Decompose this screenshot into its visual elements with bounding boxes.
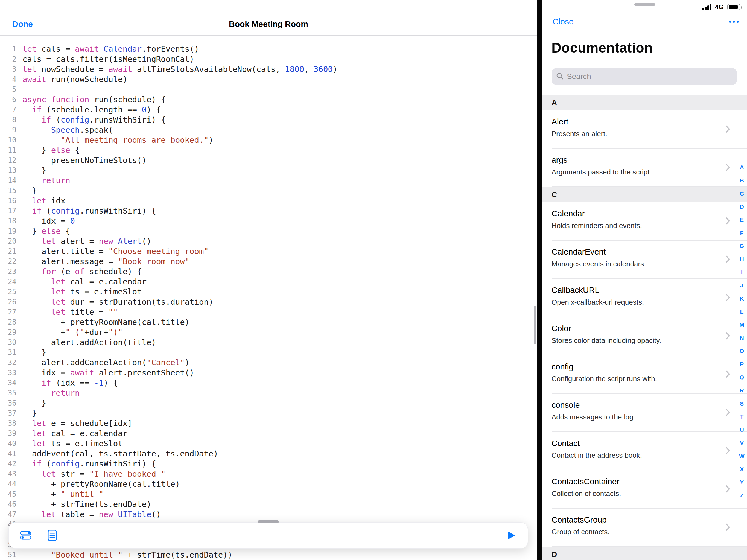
code-line[interactable]: 18 idx = 0 bbox=[0, 216, 537, 226]
scrollbar-thumb[interactable] bbox=[534, 306, 536, 344]
code-line[interactable]: 19 } else { bbox=[0, 226, 537, 236]
code-line[interactable]: 25 let ts = e.timeSlot bbox=[0, 287, 537, 297]
editor-title: Book Meeting Room bbox=[0, 19, 537, 29]
code-line[interactable]: 43 let str = "I have booked " bbox=[0, 469, 537, 479]
doc-item-calendar[interactable]: CalendarHolds reminders and events. bbox=[542, 202, 747, 240]
search-bar[interactable] bbox=[551, 68, 737, 85]
code-line[interactable]: 13 } bbox=[0, 166, 537, 176]
doc-item-contactscontainer[interactable]: ContactsContainerCollection of contacts. bbox=[542, 470, 747, 509]
index-letter-v[interactable]: V bbox=[738, 436, 745, 450]
code-line[interactable]: 33 idx = await alert.presentSheet() bbox=[0, 368, 537, 378]
doc-item-alert[interactable]: AlertPresents an alert. bbox=[542, 110, 747, 149]
doc-item-color[interactable]: ColorStores color data including opacity… bbox=[542, 317, 747, 355]
code-line[interactable]: 11 } else { bbox=[0, 145, 537, 155]
doc-item-config[interactable]: configConfiguration the script runs with… bbox=[542, 355, 747, 394]
code-line[interactable]: 3let nowSchedule = await allTimeSlotsAva… bbox=[0, 64, 537, 74]
code-line[interactable]: 44 + prettyRoomName(cal.title) bbox=[0, 479, 537, 489]
code-line[interactable]: 26 let dur = strDuration(ts.duration) bbox=[0, 297, 537, 307]
code-line[interactable]: 37 } bbox=[0, 408, 537, 418]
code-line[interactable]: 27 let title = "" bbox=[0, 307, 537, 317]
code-line[interactable]: 42 if (config.runsWithSiri) { bbox=[0, 459, 537, 469]
index-letter-r[interactable]: R bbox=[738, 384, 745, 397]
index-letter-b[interactable]: B bbox=[738, 174, 745, 187]
code-line[interactable]: 22 alert.message = "Book room now" bbox=[0, 256, 537, 266]
index-letter-k[interactable]: K bbox=[738, 292, 745, 305]
index-letter-x[interactable]: X bbox=[738, 463, 745, 476]
index-letter-u[interactable]: U bbox=[738, 423, 745, 436]
code-line[interactable]: 23 for (e of schedule) { bbox=[0, 266, 537, 277]
code-line[interactable]: 1let cals = await Calendar.forEvents() bbox=[0, 44, 537, 54]
index-letter-m[interactable]: M bbox=[738, 318, 745, 331]
code-line[interactable]: 46 + strTime(ts.endDate) bbox=[0, 499, 537, 509]
code-line[interactable]: 31 } bbox=[0, 348, 537, 358]
search-input[interactable] bbox=[567, 72, 732, 81]
code-line[interactable]: 14 return bbox=[0, 176, 537, 186]
code-line[interactable]: 28 + prettyRoomName(cal.title) bbox=[0, 317, 537, 327]
code-line[interactable]: 38 let e = schedule[idx] bbox=[0, 418, 537, 429]
index-letter-a[interactable]: A bbox=[738, 161, 745, 174]
code-line[interactable]: 2cals = cals.filter(isMeetingRoomCal) bbox=[0, 54, 537, 64]
index-letter-t[interactable]: T bbox=[738, 410, 745, 423]
index-letter-h[interactable]: H bbox=[738, 253, 745, 266]
code-line[interactable]: 35 return bbox=[0, 388, 537, 398]
code-line[interactable]: 17 if (config.runsWithSiri) { bbox=[0, 206, 537, 216]
code-line[interactable]: 6async function run(schedule) { bbox=[0, 95, 537, 105]
index-letter-w[interactable]: W bbox=[738, 450, 745, 463]
code-line[interactable]: 16 let idx bbox=[0, 196, 537, 206]
code-line[interactable]: 4await run(nowSchedule) bbox=[0, 74, 537, 84]
code-line[interactable]: 30 alert.addAction(title) bbox=[0, 337, 537, 348]
index-letter-i[interactable]: I bbox=[738, 266, 745, 279]
code-line[interactable]: 40 let ts = e.timeSlot bbox=[0, 439, 537, 449]
code-line[interactable]: 39 let cal = e.calendar bbox=[0, 429, 537, 439]
code-line[interactable]: 32 alert.addCancelAction("Cancel") bbox=[0, 358, 537, 368]
index-letter-l[interactable]: L bbox=[738, 305, 745, 318]
index-letter-q[interactable]: Q bbox=[738, 371, 745, 384]
code-line[interactable]: 34 if (idx == -1) { bbox=[0, 378, 537, 388]
doc-item-callbackurl[interactable]: CallbackURLOpen x-callback-url requests. bbox=[542, 279, 747, 317]
index-letter-j[interactable]: J bbox=[738, 279, 745, 292]
code-line[interactable]: 20 let alert = new Alert() bbox=[0, 236, 537, 246]
line-number: 35 bbox=[0, 388, 17, 398]
code-line[interactable]: 10 "All meeting rooms are booked.") bbox=[0, 135, 537, 145]
doc-item-contactsgroup[interactable]: ContactsGroupGroup of contacts. bbox=[542, 509, 747, 547]
index-letter-g[interactable]: G bbox=[738, 239, 745, 253]
code-line[interactable]: 24 let cal = e.calendar bbox=[0, 277, 537, 287]
index-letter-p[interactable]: P bbox=[738, 358, 745, 371]
doc-item-subtitle: Open x-callback-url requests. bbox=[551, 298, 720, 307]
toggles-icon[interactable] bbox=[20, 529, 32, 541]
code-line[interactable]: 29 +" ("+dur+")" bbox=[0, 327, 537, 337]
doc-item-calendarevent[interactable]: CalendarEventManages events in calendars… bbox=[542, 240, 747, 279]
code-line[interactable]: 5 bbox=[0, 84, 537, 95]
document-icon[interactable] bbox=[47, 529, 57, 541]
code-line[interactable]: 47 let table = new UITable() bbox=[0, 509, 537, 519]
code-line[interactable]: 51 "Booked until " + strTime(ts.endDate)… bbox=[0, 550, 537, 560]
index-letter-n[interactable]: N bbox=[738, 331, 745, 345]
code-line[interactable]: 41 addEvent(cal, ts.startDate, ts.endDat… bbox=[0, 449, 537, 459]
index-letter-s[interactable]: S bbox=[738, 397, 745, 410]
index-letter-f[interactable]: F bbox=[738, 226, 745, 239]
window-drag-handle[interactable] bbox=[634, 3, 655, 6]
doc-item-subtitle: Arguments passed to the script. bbox=[551, 168, 720, 176]
doc-item-console[interactable]: consoleAdds messages to the log. bbox=[542, 394, 747, 432]
index-letter-c[interactable]: C bbox=[738, 187, 745, 200]
code-editor[interactable]: 1let cals = await Calendar.forEvents()2c… bbox=[0, 36, 537, 560]
index-letter-o[interactable]: O bbox=[738, 345, 745, 358]
close-button[interactable]: Close bbox=[552, 17, 574, 26]
code-line[interactable]: 45 + " until " bbox=[0, 489, 537, 499]
code-line[interactable]: 12 presentNoTimeSlots() bbox=[0, 155, 537, 166]
code-line[interactable]: 8 if (config.runsWithSiri) { bbox=[0, 115, 537, 125]
play-icon[interactable] bbox=[506, 530, 517, 541]
index-letter-y[interactable]: Y bbox=[738, 476, 745, 489]
doc-item-contact[interactable]: ContactContact in the address book. bbox=[542, 432, 747, 470]
index-letter-d[interactable]: D bbox=[738, 200, 745, 213]
ellipsis-icon[interactable] bbox=[729, 19, 739, 24]
index-letter-e[interactable]: E bbox=[738, 213, 745, 226]
doc-item-args[interactable]: argsArguments passed to the script. bbox=[542, 149, 747, 187]
code-line[interactable]: 15 } bbox=[0, 186, 537, 196]
index-letter-z[interactable]: Z bbox=[738, 489, 745, 502]
code-line[interactable]: 7 if (schedule.length == 0) { bbox=[0, 105, 537, 115]
code-line[interactable]: 36 } bbox=[0, 398, 537, 408]
pane-resize-handle[interactable] bbox=[258, 520, 279, 523]
code-line[interactable]: 21 alert.title = "Choose meeting room" bbox=[0, 246, 537, 256]
code-line[interactable]: 9 Speech.speak( bbox=[0, 125, 537, 135]
